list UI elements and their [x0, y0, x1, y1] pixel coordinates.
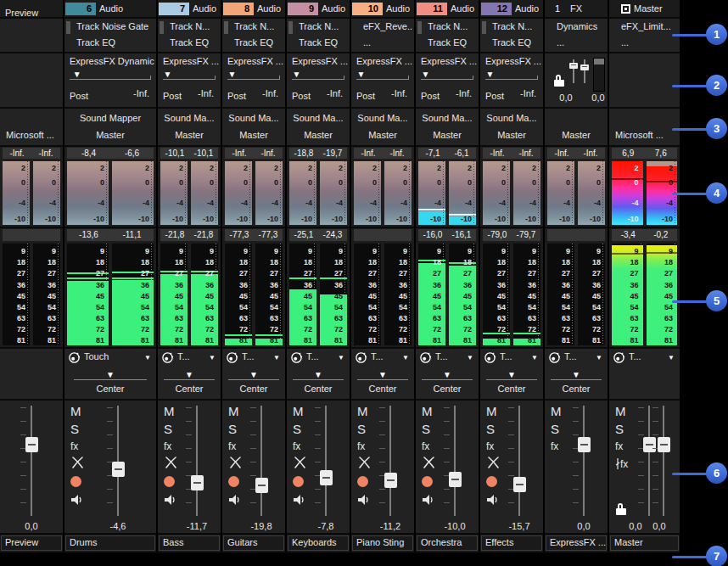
fader-handle[interactable]	[255, 478, 268, 493]
output-bus[interactable]: Master	[158, 130, 221, 140]
output-device[interactable]: Sound Ma...	[416, 113, 479, 123]
mute-button[interactable]: M	[422, 404, 433, 418]
fx-chain-item[interactable]: Track EQ	[170, 37, 209, 48]
pan-slider-handle[interactable]: ▼	[572, 371, 580, 379]
pan-slider-handle[interactable]: ▼	[507, 371, 516, 379]
solo-button[interactable]: S	[164, 422, 172, 436]
send-fx-name[interactable]: ExpressFX ...	[356, 56, 412, 66]
output-device[interactable]: Sound Ma...	[351, 113, 414, 123]
channel-name-field[interactable]: Piano Sting	[352, 535, 413, 551]
send-level-slider[interactable]	[227, 79, 280, 80]
channel-header[interactable]: 1FX	[545, 0, 608, 19]
fx-chain-item[interactable]: Track EQ	[234, 37, 273, 48]
bus-mini-fader[interactable]	[584, 59, 585, 83]
output-bus[interactable]: Microsoft ...	[609, 130, 680, 140]
fx-chain-scrollbar[interactable]	[482, 21, 486, 34]
fader-preview[interactable]	[19, 404, 44, 518]
solo-button[interactable]: S	[486, 422, 495, 436]
speaker-icon[interactable]	[422, 495, 434, 505]
pan-automation-selector[interactable]: T...▼	[161, 351, 217, 365]
fader-handle[interactable]	[25, 437, 38, 452]
fx-chain-scrollbar[interactable]	[66, 21, 70, 34]
output-bus[interactable]: Master	[222, 130, 285, 140]
record-arm-button[interactable]	[486, 476, 497, 487]
mute-button[interactable]: M	[357, 404, 368, 418]
chevron-down-icon[interactable]: ▼	[144, 354, 151, 361]
pan-slider[interactable]	[486, 379, 536, 380]
pan-slider[interactable]	[357, 379, 407, 380]
pan-automation-selector[interactable]: T...▼	[548, 351, 604, 365]
fx-button[interactable]: fx	[357, 440, 365, 452]
speaker-icon[interactable]	[486, 495, 499, 505]
solo-button[interactable]: S	[551, 422, 559, 436]
solo-button[interactable]: S	[70, 422, 79, 436]
channel-name-field[interactable]: Guitars	[223, 535, 284, 551]
mute-button[interactable]: M	[293, 404, 304, 418]
send-fx-name[interactable]: ExpressFX ...	[163, 56, 219, 66]
speaker-icon[interactable]	[70, 495, 83, 505]
fx-button[interactable]: fx	[551, 440, 558, 452]
pan-slider-handle[interactable]: ▼	[378, 371, 387, 379]
pan-slider[interactable]	[551, 379, 601, 380]
send-slider-handle[interactable]: ▼	[227, 70, 236, 79]
channel-name-field[interactable]: ExpressFX ...	[546, 535, 607, 551]
fx-chain-item[interactable]: ...	[363, 37, 371, 48]
send-level-slider[interactable]	[163, 79, 216, 80]
pan-automation-selector[interactable]: T...▼	[419, 351, 475, 365]
fx-chain-item[interactable]: Track N...	[299, 21, 339, 31]
pan-slider-handle[interactable]: ▼	[249, 371, 258, 379]
fader-audio7[interactable]	[184, 404, 210, 518]
fader-handle[interactable]	[513, 477, 526, 492]
fx-button[interactable]: fx	[164, 440, 171, 452]
channel-name-field[interactable]: Preview	[1, 535, 62, 551]
speaker-icon[interactable]	[228, 495, 241, 505]
speaker-icon[interactable]	[357, 495, 370, 505]
channel-header[interactable]: 8Audio	[222, 0, 285, 19]
chevron-down-icon[interactable]: ▼	[668, 354, 675, 361]
mute-button[interactable]: M	[228, 404, 239, 418]
fader-audio6[interactable]	[105, 404, 131, 518]
chevron-down-icon[interactable]: ▼	[338, 354, 344, 361]
fader-audio8[interactable]	[249, 404, 274, 518]
fader-handle[interactable]	[578, 437, 591, 452]
fx-button[interactable]: fx	[615, 440, 623, 452]
phase-invert-button[interactable]	[357, 457, 372, 468]
send-tap-mode[interactable]: Post	[421, 91, 440, 101]
pan-automation-selector[interactable]: T...▼	[226, 351, 282, 365]
bus-mini-fader-handle[interactable]	[569, 63, 578, 69]
send-tap-mode[interactable]: Post	[356, 91, 375, 101]
send-level-slider[interactable]	[485, 79, 538, 80]
send-slider-handle[interactable]: ▼	[73, 70, 81, 79]
send-slider-handle[interactable]: ▼	[421, 70, 429, 79]
fader-handle[interactable]	[449, 472, 462, 487]
pan-automation-selector[interactable]: Touch▼	[68, 351, 153, 365]
solo-button[interactable]: S	[422, 422, 430, 436]
chevron-down-icon[interactable]: ▼	[596, 354, 602, 361]
output-bus[interactable]: Master	[416, 130, 479, 140]
bypass-fx-button[interactable]: fx	[615, 458, 628, 470]
mute-button[interactable]: M	[486, 404, 497, 418]
send-fx-name[interactable]: ExpressFX Dynamics	[70, 56, 154, 66]
fx-chain-item[interactable]: eFX_Limit...	[621, 21, 671, 31]
speaker-icon[interactable]	[164, 495, 176, 505]
send-tap-mode[interactable]: Post	[70, 91, 88, 101]
solo-button[interactable]: S	[228, 422, 237, 436]
pan-slider[interactable]	[422, 379, 472, 380]
send-fx-name[interactable]: ExpressFX ...	[227, 56, 283, 66]
chevron-down-icon[interactable]: ▼	[209, 354, 216, 361]
fader-audio10[interactable]	[378, 404, 403, 518]
send-fx-name[interactable]: ExpressFX ...	[292, 56, 348, 66]
pan-slider[interactable]	[74, 379, 147, 380]
send-level-slider[interactable]	[421, 79, 473, 80]
fader-audio11[interactable]	[442, 404, 468, 518]
output-device[interactable]: Sound Ma...	[222, 113, 285, 123]
fader-handle[interactable]	[320, 470, 333, 485]
output-bus[interactable]: Master	[480, 130, 543, 140]
chevron-down-icon[interactable]: ▼	[402, 354, 409, 361]
fx-chain-item[interactable]: Track N...	[492, 21, 532, 31]
channel-name-field[interactable]: Drums	[65, 535, 155, 551]
fx-button[interactable]: fx	[228, 440, 236, 452]
channel-header[interactable]: 6Audio	[64, 0, 156, 19]
pan-slider[interactable]	[164, 379, 214, 380]
fx-chain-item[interactable]: Track EQ	[492, 37, 531, 48]
